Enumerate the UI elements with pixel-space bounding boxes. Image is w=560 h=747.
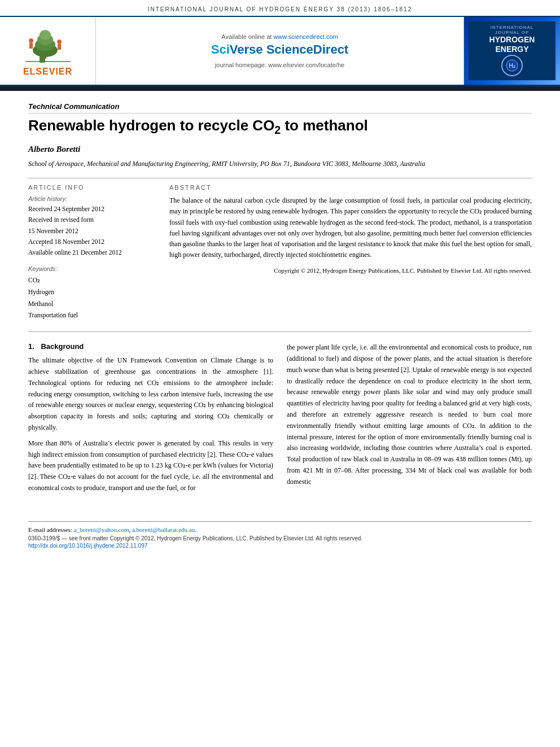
dark-separator (0, 86, 560, 91)
svg-rect-9 (58, 44, 61, 50)
received-date-1: Received 24 September 2012 (28, 204, 152, 214)
body-left-col: 1. Background The ultimate objective of … (28, 342, 273, 499)
section-type-label: Technical Communication (28, 102, 532, 113)
accepted-date: Accepted 18 November 2012 (28, 237, 152, 247)
co2-subscript: 2 (274, 117, 281, 134)
keyword-transport: Transportation fuel (28, 309, 152, 321)
svg-point-5 (40, 30, 51, 40)
body-right-col: the power plant life cycle, i.e. all the… (287, 342, 532, 499)
section1-heading: 1. Background (28, 342, 273, 351)
article-title: Renewable hydrogen to recycle CO2 to met… (28, 117, 532, 137)
article-history-label: Article history: (28, 195, 152, 202)
email1-link[interactable]: a_boretti@yahoo.com (74, 526, 129, 533)
journal-homepage-label: journal homepage: www.elsevier.com/locat… (215, 62, 344, 68)
article-info-header: Article Info (28, 184, 152, 191)
elsevier-tree-icon (23, 25, 73, 64)
abstract-col: Abstract The balance of the natural carb… (169, 184, 532, 321)
hydrogen-journal-logo-box: InternationalJournal of HYDROGENENERGY H… (464, 17, 560, 85)
received-revised-date: 15 November 2012 (28, 226, 152, 236)
section1-number: 1. (28, 342, 34, 351)
elsevier-wordmark: ELSEVIER (23, 67, 72, 77)
available-online-date: Available online 21 December 2012 (28, 248, 152, 257)
sciverse-logo: SciVerse ScienceDirect (211, 42, 348, 57)
hydrogen-journal-title: HYDROGENENERGY (489, 35, 535, 54)
email-label: E-mail addresses: (28, 526, 72, 533)
two-col-body: 1. Background The ultimate objective of … (28, 342, 532, 499)
author-name: Alberto Boretti (28, 145, 532, 154)
svg-text:H₂: H₂ (509, 63, 515, 69)
svg-point-6 (29, 38, 33, 43)
article-content: Technical Communication Renewable hydrog… (0, 91, 560, 510)
footer-area: E-mail addresses: a_boretti@yahoo.com, a… (28, 521, 532, 552)
article-title-part2: to methanol (281, 117, 368, 134)
body-para2-left: More than 80% of Australia’s electric po… (28, 438, 273, 494)
hydrogen-logo-inner: InternationalJournal of HYDROGENENERGY H… (469, 21, 555, 80)
brand-row: ELSEVIER Available online at www.science… (0, 17, 560, 86)
keywords-section: Keywords: CO₂ Hydrogen Methanol Transpor… (28, 265, 152, 321)
sciverse-box: Available online at www.sciencedirect.co… (96, 17, 464, 85)
article-title-part1: Renewable hydrogen to recycle CO (28, 117, 274, 134)
article-info-col: Article Info Article history: Received 2… (28, 184, 152, 321)
abstract-text: The balance of the natural carbon cycle … (169, 195, 532, 260)
info-abstract-row: Article Info Article history: Received 2… (28, 184, 532, 321)
svg-rect-7 (29, 43, 33, 49)
sciverse-url-link[interactable]: www.sciencedirect.com (273, 33, 338, 40)
hydrogen-logo-icon: H₂ (501, 54, 523, 77)
keyword-hydrogen: Hydrogen (28, 286, 152, 298)
body-divider (28, 331, 532, 332)
keyword-methanol: Methanol (28, 298, 152, 310)
body-para1-left: The ultimate objective of the UN Framewo… (28, 355, 273, 434)
article-divider (28, 178, 532, 178)
hydrogen-journal-label: InternationalJournal of (491, 25, 533, 35)
body-para1-right: the power plant life cycle, i.e. all the… (287, 342, 532, 487)
elsevier-logo-box: ELSEVIER (0, 17, 96, 85)
footer-doi[interactable]: http://dx.doi.org/10.1016/j.ijhydene.201… (28, 543, 532, 549)
available-online-label: Available online at www.sciencedirect.co… (221, 33, 338, 40)
footer-email-line: E-mail addresses: a_boretti@yahoo.com, a… (28, 526, 532, 533)
affiliation: School of Aerospace, Mechanical and Manu… (28, 159, 532, 169)
journal-title-text: International Journal of Hydrogen Energy… (148, 6, 412, 12)
section1-title: Background (41, 342, 84, 351)
received-revised-label: Received in revised form (28, 215, 152, 225)
copyright-line: Copyright © 2012, Hydrogen Energy Public… (169, 266, 532, 276)
footer-issn-line: 0360-3199/$ — see front matter Copyright… (28, 535, 532, 541)
svg-point-8 (57, 40, 62, 44)
abstract-header: Abstract (169, 184, 532, 191)
email2-link[interactable]: a.boretti@ballarat.edu.au (132, 526, 195, 533)
keywords-label: Keywords: (28, 265, 152, 272)
keyword-co2: CO₂ (28, 274, 152, 286)
journal-header-bar: International Journal of Hydrogen Energy… (0, 0, 560, 17)
